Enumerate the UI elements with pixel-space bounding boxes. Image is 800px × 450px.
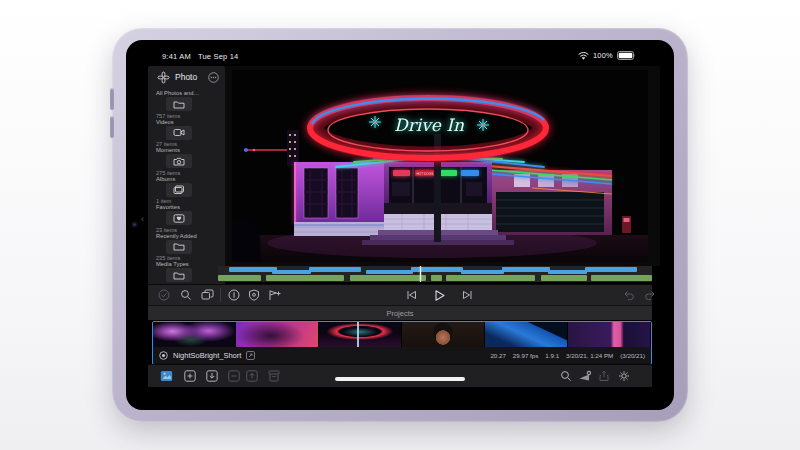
marketing-canvas: { "status_bar": { "time": "9:41 AM", "da… <box>0 0 800 450</box>
video-camera-icon <box>166 126 192 140</box>
project-created: 3/20/21, 1:24 PM <box>566 352 613 359</box>
undo-icon[interactable] <box>622 289 634 301</box>
library-item-label: Media Types <box>156 261 189 267</box>
status-date: Tue Sep 14 <box>198 52 239 61</box>
clip-thumbnail-drive-in[interactable] <box>319 322 402 347</box>
project-name: NightSoBright_Short <box>173 351 241 360</box>
share-export-icon[interactable] <box>598 370 610 382</box>
battery-percent: 100% <box>593 51 613 60</box>
replace-clip-icon[interactable] <box>246 370 258 382</box>
select-check-icon[interactable] <box>158 289 170 301</box>
preview-pane: HOT DOGS <box>225 66 660 266</box>
sidebar-item-recently-added[interactable]: Recently Added 235 items <box>148 233 225 261</box>
timeline-clip-green[interactable] <box>431 275 442 282</box>
audio-alert-icon[interactable] <box>578 370 590 382</box>
timeline-clip-blue[interactable] <box>585 267 637 272</box>
wifi-icon <box>578 51 589 60</box>
projects-title: Projects <box>386 309 413 318</box>
project-active-indicator <box>159 351 168 360</box>
folder-icon <box>166 97 192 111</box>
status-bar-left: 9:41 AM Tue Sep 14 <box>162 52 238 61</box>
clip-thumbnail-portrait-afro[interactable] <box>402 322 485 347</box>
add-clip-icon[interactable] <box>184 370 196 382</box>
sidebar-item-favorites[interactable]: Favorites 23 items <box>148 204 225 232</box>
photos-app-icon <box>157 71 170 84</box>
timeline-clip-green[interactable] <box>266 275 344 282</box>
projects-header-bar[interactable]: Projects <box>148 305 652 320</box>
timeline-clip-green[interactable] <box>591 275 652 282</box>
library-source-title[interactable]: Photo <box>175 72 197 82</box>
editor-toolbar <box>148 284 652 305</box>
library-item-label: All Photos and… <box>156 90 199 96</box>
timeline-clip-blue[interactable] <box>366 270 414 275</box>
timeline-playhead[interactable] <box>420 266 422 282</box>
timeline-clip-blue[interactable] <box>502 267 550 272</box>
status-bar-right: 100% <box>578 51 636 60</box>
project-aspect-ratio: 1.9:1 <box>545 352 559 359</box>
timeline-clip-green[interactable] <box>218 275 261 282</box>
timeline-clip-green[interactable] <box>350 275 426 282</box>
filmstrip-playhead[interactable] <box>357 322 359 347</box>
sidebar-item-all-photos[interactable]: All Photos and… 757 items <box>148 90 225 118</box>
settings-gear-icon[interactable] <box>618 370 630 382</box>
timeline-clip-green[interactable] <box>446 275 535 282</box>
timeline-clip-blue[interactable] <box>461 270 504 275</box>
front-camera <box>131 221 138 228</box>
folder-icon <box>166 268 192 282</box>
neon-sign-drive-in: Drive In <box>394 115 464 135</box>
play-button[interactable] <box>433 289 445 301</box>
library-item-label: Videos <box>156 119 174 125</box>
timeline-overview[interactable] <box>218 266 652 282</box>
sidebar-item-videos[interactable]: Videos 27 items <box>148 119 225 147</box>
project-info-row[interactable]: NightSoBright_Short 20.27 29.97 fps 1.9:… <box>153 347 651 363</box>
filmstrip-thumbnails[interactable] <box>153 322 651 347</box>
overwrite-clip-icon[interactable] <box>228 370 240 382</box>
archive-box-icon[interactable] <box>268 370 280 382</box>
battery-icon <box>617 51 636 60</box>
home-indicator[interactable] <box>335 377 465 381</box>
selected-project-filmstrip[interactable]: NightSoBright_Short 20.27 29.97 fps 1.9:… <box>152 321 652 365</box>
clip-thumbnail-portrait-purple[interactable] <box>236 322 319 347</box>
clip-thumbnail-blue-window[interactable] <box>485 322 568 347</box>
library-options-icon[interactable] <box>208 72 219 83</box>
timeline-clip-blue[interactable] <box>548 270 587 275</box>
app-bottom-toolbar <box>148 364 652 387</box>
photo-stack-icon <box>166 183 192 197</box>
volume-up-button[interactable] <box>110 88 114 110</box>
clip-thumbnail-pink-figure[interactable] <box>568 322 651 347</box>
redo-icon[interactable] <box>644 289 656 301</box>
search-icon[interactable] <box>180 289 192 301</box>
clip-info-icon[interactable] <box>228 289 240 301</box>
skip-back-icon[interactable] <box>405 289 417 301</box>
preview-photo[interactable]: HOT DOGS <box>232 70 648 262</box>
timeline-clip-blue[interactable] <box>309 267 361 272</box>
project-stats: 20.27 29.97 fps 1.9:1 3/20/21, 1:24 PM (… <box>490 352 645 359</box>
library-item-label: Albums <box>156 176 175 182</box>
timeline-clip-blue[interactable] <box>272 270 311 275</box>
library-search-icon[interactable] <box>560 370 572 382</box>
clip-thumbnail-neon-palms[interactable] <box>153 322 236 347</box>
sidebar-collapse-handle[interactable]: ‹ <box>141 214 144 224</box>
skip-forward-icon[interactable] <box>461 289 473 301</box>
sidebar-item-albums[interactable]: Albums 1 item <box>148 176 225 204</box>
media-library-tab-icon[interactable] <box>160 370 172 382</box>
library-item-label: Moments <box>156 147 180 153</box>
timeline-clip-blue[interactable] <box>229 267 277 272</box>
drive-in-scene: HOT DOGS <box>232 70 648 262</box>
project-duration: 20.27 <box>490 352 505 359</box>
project-modified: (3/20/21) <box>620 352 645 359</box>
status-time: 9:41 AM <box>162 52 191 61</box>
camera-icon <box>166 154 192 168</box>
video-editor-app: 9:41 AM Tue Sep 14 100% ‹ Photo <box>140 46 660 404</box>
project-badge-icon[interactable] <box>246 351 255 360</box>
sidebar-item-moments[interactable]: Moments 275 items <box>148 147 225 175</box>
insert-clip-icon[interactable] <box>206 370 218 382</box>
volume-down-button[interactable] <box>110 116 114 138</box>
project-framerate: 29.97 fps <box>513 352 538 359</box>
library-sidebar: Photo All Photos and… 757 items Videos 2… <box>148 66 225 290</box>
add-marker-flag-icon[interactable] <box>268 289 280 301</box>
shield-icon[interactable] <box>248 289 260 301</box>
duplicate-clips-icon[interactable] <box>201 289 213 301</box>
timeline-clip-green[interactable] <box>541 275 587 282</box>
toolbar-divider <box>220 288 221 302</box>
